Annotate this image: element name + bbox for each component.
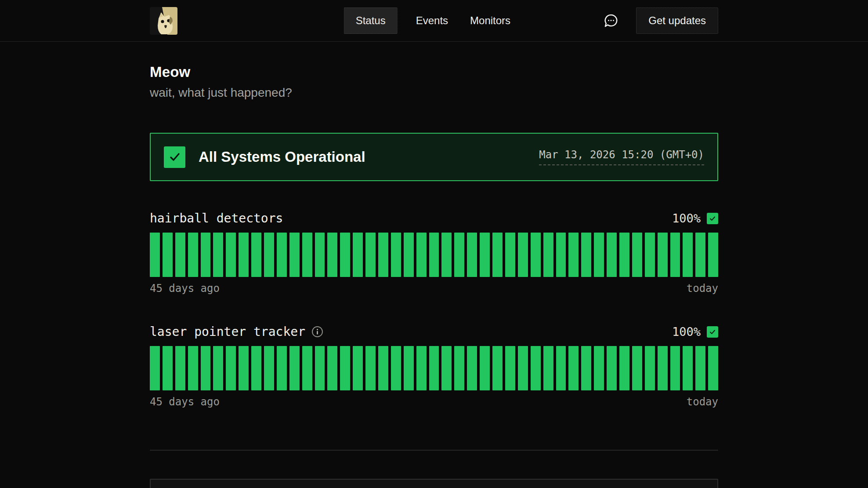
uptime-day-bar[interactable]	[150, 346, 160, 390]
uptime-day-bar[interactable]	[531, 233, 541, 277]
uptime-day-bar[interactable]	[695, 346, 705, 390]
uptime-day-bar[interactable]	[188, 233, 198, 277]
uptime-day-bar[interactable]	[619, 346, 629, 390]
uptime-day-bar[interactable]	[480, 346, 490, 390]
uptime-day-bar[interactable]	[302, 346, 312, 390]
uptime-day-bar[interactable]	[480, 233, 490, 277]
uptime-day-bar[interactable]	[619, 233, 629, 277]
status-page-preview-card	[150, 479, 718, 488]
uptime-day-bar[interactable]	[454, 346, 464, 390]
uptime-day-bar[interactable]	[658, 346, 668, 390]
uptime-day-bar[interactable]	[188, 346, 198, 390]
info-icon[interactable]	[311, 326, 323, 338]
uptime-day-bar[interactable]	[556, 346, 566, 390]
uptime-day-bar[interactable]	[327, 233, 337, 277]
uptime-day-bar[interactable]	[670, 233, 680, 277]
uptime-day-bar[interactable]	[607, 233, 617, 277]
uptime-day-bar[interactable]	[378, 346, 388, 390]
uptime-day-bar[interactable]	[632, 233, 642, 277]
uptime-day-bar[interactable]	[378, 233, 388, 277]
uptime-day-bar[interactable]	[505, 346, 515, 390]
uptime-day-bar[interactable]	[416, 233, 427, 277]
banner-timestamp[interactable]: Mar 13, 2026 15:20 (GMT+0)	[539, 149, 704, 165]
get-updates-button[interactable]: Get updates	[636, 7, 718, 34]
uptime-day-bar[interactable]	[353, 233, 363, 277]
uptime-day-bar[interactable]	[594, 346, 604, 390]
uptime-day-bar[interactable]	[391, 233, 401, 277]
uptime-day-bar[interactable]	[239, 233, 249, 277]
uptime-day-bar[interactable]	[658, 233, 668, 277]
uptime-day-bar[interactable]	[340, 233, 350, 277]
uptime-day-bar[interactable]	[264, 346, 274, 390]
uptime-day-bar[interactable]	[467, 233, 477, 277]
uptime-day-bar[interactable]	[277, 233, 287, 277]
uptime-day-bar[interactable]	[467, 346, 477, 390]
uptime-day-bar[interactable]	[404, 233, 414, 277]
uptime-day-bar[interactable]	[708, 346, 718, 390]
uptime-day-bar[interactable]	[581, 233, 591, 277]
uptime-day-bar[interactable]	[315, 233, 325, 277]
uptime-day-bar[interactable]	[568, 233, 579, 277]
uptime-day-bar[interactable]	[492, 346, 503, 390]
uptime-day-bar[interactable]	[251, 233, 261, 277]
uptime-day-bar[interactable]	[150, 233, 160, 277]
uptime-day-bar[interactable]	[518, 346, 528, 390]
uptime-day-bar[interactable]	[708, 233, 718, 277]
surprised-cat-avatar[interactable]	[150, 7, 177, 35]
uptime-day-bar[interactable]	[632, 346, 642, 390]
uptime-day-bar[interactable]	[391, 346, 401, 390]
uptime-day-bar[interactable]	[289, 233, 300, 277]
uptime-day-bar[interactable]	[175, 346, 185, 390]
uptime-day-bar[interactable]	[556, 233, 566, 277]
uptime-day-bar[interactable]	[201, 346, 211, 390]
uptime-day-bar[interactable]	[201, 233, 211, 277]
uptime-day-bar[interactable]	[441, 346, 452, 390]
uptime-day-bar[interactable]	[226, 233, 236, 277]
uptime-day-bar[interactable]	[302, 233, 312, 277]
uptime-day-bar[interactable]	[416, 346, 427, 390]
nav-tab-status[interactable]: Status	[344, 7, 398, 34]
uptime-day-bar[interactable]	[163, 233, 173, 277]
uptime-day-bar[interactable]	[289, 346, 300, 390]
uptime-day-bar[interactable]	[543, 346, 553, 390]
uptime-day-bar[interactable]	[340, 346, 350, 390]
uptime-day-bar[interactable]	[365, 233, 376, 277]
uptime-day-bar[interactable]	[518, 233, 528, 277]
uptime-day-bar[interactable]	[429, 346, 439, 390]
uptime-day-bar[interactable]	[695, 233, 705, 277]
uptime-day-bar[interactable]	[645, 346, 655, 390]
uptime-day-bar[interactable]	[594, 233, 604, 277]
uptime-day-bar[interactable]	[365, 346, 376, 390]
uptime-day-bar[interactable]	[441, 233, 452, 277]
uptime-day-bar[interactable]	[543, 233, 553, 277]
uptime-day-bar[interactable]	[645, 233, 655, 277]
uptime-day-bar[interactable]	[239, 346, 249, 390]
uptime-day-bar[interactable]	[429, 233, 439, 277]
nav-tab-monitors[interactable]: Monitors	[467, 8, 514, 33]
uptime-day-bar[interactable]	[315, 346, 325, 390]
uptime-day-bar[interactable]	[683, 233, 693, 277]
uptime-day-bar[interactable]	[327, 346, 337, 390]
uptime-bar-chart	[150, 233, 718, 277]
uptime-day-bar[interactable]	[251, 346, 261, 390]
uptime-day-bar[interactable]	[454, 233, 464, 277]
uptime-day-bar[interactable]	[163, 346, 173, 390]
uptime-day-bar[interactable]	[226, 346, 236, 390]
uptime-day-bar[interactable]	[213, 233, 223, 277]
uptime-day-bar[interactable]	[683, 346, 693, 390]
uptime-day-bar[interactable]	[505, 233, 515, 277]
uptime-day-bar[interactable]	[264, 233, 274, 277]
uptime-day-bar[interactable]	[531, 346, 541, 390]
uptime-day-bar[interactable]	[404, 346, 414, 390]
uptime-day-bar[interactable]	[581, 346, 591, 390]
uptime-day-bar[interactable]	[670, 346, 680, 390]
uptime-day-bar[interactable]	[607, 346, 617, 390]
chat-bubble-icon[interactable]	[604, 13, 618, 28]
nav-tab-events[interactable]: Events	[412, 8, 452, 33]
uptime-day-bar[interactable]	[353, 346, 363, 390]
uptime-day-bar[interactable]	[492, 233, 503, 277]
uptime-day-bar[interactable]	[277, 346, 287, 390]
uptime-day-bar[interactable]	[175, 233, 185, 277]
uptime-day-bar[interactable]	[213, 346, 223, 390]
uptime-day-bar[interactable]	[568, 346, 579, 390]
